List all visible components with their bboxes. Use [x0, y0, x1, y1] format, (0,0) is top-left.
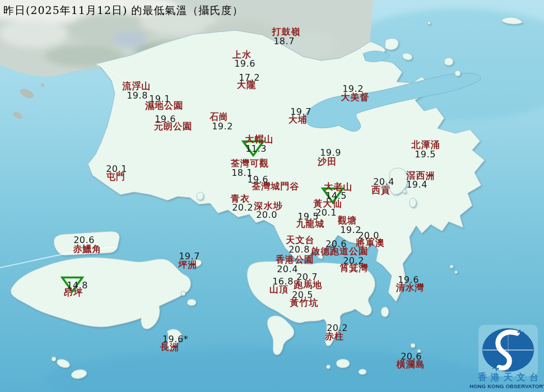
station-name: 赤鱲角: [73, 245, 102, 254]
station-value: 20.2: [327, 324, 348, 333]
station-name: 打鼓嶺: [272, 27, 301, 36]
station-name: 觀塘: [338, 216, 357, 225]
station-name: 香港公園: [276, 255, 314, 264]
station-value: 20.1: [315, 208, 337, 217]
station-value: 19.2: [212, 122, 233, 131]
station-name: 西貢: [371, 186, 390, 195]
station-value: 20.2: [343, 256, 364, 265]
station-value: 19.7: [179, 252, 200, 261]
hko-logo-chinese-name: 香港天文台: [472, 372, 544, 384]
station-name: 北潭涌: [412, 141, 440, 150]
station-value: 19.6: [398, 276, 419, 284]
station-name: 大美督: [341, 93, 370, 102]
station-value: 16.8: [272, 277, 294, 286]
station-value: 11.3: [245, 144, 267, 153]
station-name: 荃灣可觀: [231, 159, 269, 168]
station-value: 20.2: [232, 203, 253, 212]
station-name: 天文台: [286, 236, 315, 245]
station-value: 19.5: [297, 212, 319, 221]
station-value: 19.7: [290, 108, 311, 116]
hko-logo-icon: [480, 326, 536, 374]
station-value: 19.6: [155, 115, 176, 124]
page-title: 昨日(2025年11月12日) 的最低氣溫（攝氏度）: [3, 3, 244, 18]
station-value: 18.7: [273, 37, 295, 46]
station-value: 20.6: [73, 236, 95, 245]
station-value: 20.6: [401, 352, 422, 361]
station-value: 20.1: [106, 165, 127, 174]
station-value: 20.0: [256, 211, 277, 220]
station-value: 19.6: [247, 175, 268, 184]
station-value: 19.2: [342, 85, 364, 94]
station-name: 流浮山: [123, 82, 151, 91]
min-temperature-map-page: 昨日(2025年11月12日) 的最低氣溫（攝氏度） 打鼓嶺18.7上水19.6…: [0, 0, 544, 392]
station-value: 19.6*: [162, 335, 188, 344]
station-value: 19.6: [234, 59, 255, 68]
station-value: 19.4: [406, 180, 427, 189]
station-value: 20.8: [289, 245, 310, 254]
station-name: 赤柱: [325, 332, 344, 341]
station-value: 20.4: [373, 178, 394, 186]
station-value: 17.2: [239, 73, 260, 82]
station-name: 坪洲: [178, 260, 197, 269]
station-value: 20.4: [277, 265, 298, 274]
station-value: 20.6: [326, 240, 347, 249]
station-value: 20.0: [358, 231, 379, 240]
station-value: 19.5: [415, 150, 436, 159]
station-value: 14.8: [67, 281, 88, 290]
station-value: 19.9: [320, 148, 341, 157]
hong-kong-map: [0, 0, 544, 392]
station-name: 石崗: [210, 113, 229, 122]
station-name: 沙田: [318, 157, 337, 166]
hko-logo-english-name: HONG KONG OBSERVATORY: [468, 383, 544, 389]
hko-logo: 香港天文台 HONG KONG OBSERVATORY: [472, 325, 544, 391]
station-value: 20.5: [292, 291, 313, 300]
station-value: 19.1: [149, 95, 170, 104]
station-name: 大帽山: [245, 135, 274, 144]
station-value: 20.7: [296, 273, 318, 282]
station-value: 19.8: [127, 91, 148, 100]
